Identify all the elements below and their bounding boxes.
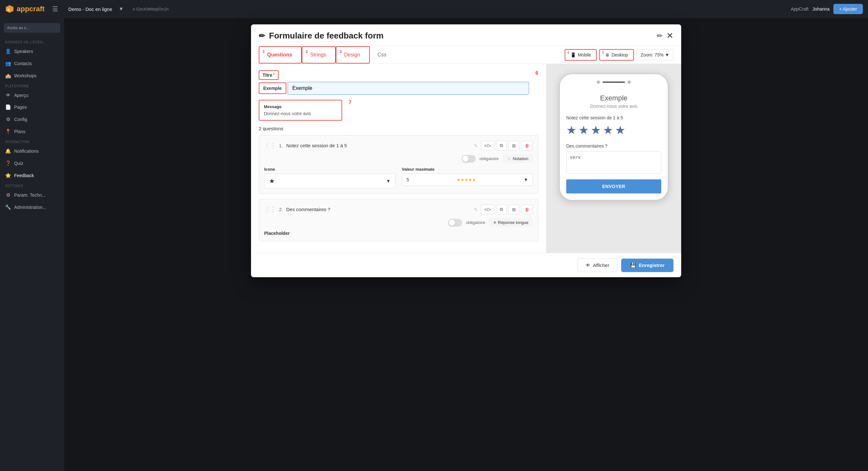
main-area: ✏ Formulaire de feedback form ✏ ✕ 1 Ques… [64, 18, 868, 471]
sidebar-label-notifications: Notifications [14, 148, 38, 154]
sidebar: Accès au s... DONNÉES DE L'ÉVÈN... 👤 Spe… [0, 18, 64, 471]
modal-title-text: Formulaire de feedback form [269, 31, 383, 41]
sidebar-item-quiz[interactable]: ❓ Quiz [0, 157, 64, 169]
project-name[interactable]: Demo - Doc en ligne [68, 6, 112, 12]
tab-css[interactable]: Css [370, 46, 394, 64]
modal-tabs-left: 1 Questions 2 Strings 3 Design Css [259, 46, 394, 64]
placeholder-section: Placeholder [264, 231, 533, 236]
add-button[interactable]: + Ajouter [833, 4, 863, 14]
access-button[interactable]: Accès au s... [4, 23, 60, 33]
toggle-obligatoire-1[interactable] [462, 155, 476, 163]
user-name[interactable]: Johanna [812, 6, 830, 11]
svg-marker-0 [6, 5, 13, 13]
phone-dot-2 [627, 80, 631, 84]
titre-field-group: Titre * Exemple 6 [259, 70, 538, 95]
icone-select[interactable]: ★ ▼ [264, 174, 396, 188]
tab-desktop[interactable]: 5 🖥 Desktop [599, 49, 634, 61]
quiz-icon: ❓ [5, 160, 11, 166]
project-hash: # 53nX0MblqIOn1h [132, 7, 168, 11]
sidebar-item-feedback[interactable]: ⭐ Feedback [0, 169, 64, 181]
sidebar-item-apercu[interactable]: 👁 Aperçu [0, 89, 64, 101]
type-badge-2[interactable]: ≡ Réponse longue [489, 218, 533, 227]
valeur-max-select[interactable]: 5 ★★★★★ ▼ [402, 174, 533, 186]
sidebar-item-param[interactable]: ⚙ Param. Techn... [0, 189, 64, 201]
code-btn-1[interactable]: </> [481, 141, 494, 150]
icone-arrow: ▼ [386, 178, 391, 183]
sidebar-item-contacts[interactable]: 👥 Contacts [0, 58, 64, 70]
tab-questions[interactable]: 1 Questions [259, 46, 302, 64]
tab-strings[interactable]: 2 Strings [302, 46, 336, 64]
tab-design-label: Design [344, 52, 360, 58]
param-icon: ⚙ [5, 192, 11, 198]
placeholder-label: Placeholder [264, 231, 533, 236]
sidebar-item-config[interactable]: ⚙ Config [0, 113, 64, 126]
code-btn-2[interactable]: </> [481, 205, 494, 214]
logo-text: appcraft [17, 5, 44, 13]
preview-send-button[interactable]: ENVOYER [566, 179, 661, 194]
desktop-label: Desktop [612, 52, 628, 58]
zoom-label: Zoom: 75% [641, 52, 664, 58]
modal-edit-icon[interactable]: ✏ [657, 32, 662, 40]
preview-comment-textarea[interactable]: verv [566, 151, 661, 174]
type-star-icon: ☆ [507, 156, 511, 161]
sidebar-section-plateforme: PLATEFORME [0, 82, 64, 89]
sidebar-section-interaction: INTERACTION [0, 138, 64, 145]
mobile-label: Mobile [578, 52, 591, 58]
drag-handle-2[interactable]: ⋮⋮ [264, 206, 276, 213]
afficher-button[interactable]: 👁 Afficher [578, 258, 617, 272]
sidebar-section-donnees: DONNÉES DE L'ÉVÈN... [0, 38, 64, 45]
sidebar-item-notifications[interactable]: 🔔 Notifications [0, 145, 64, 157]
duplicate-btn-2[interactable]: ⊞ [508, 205, 519, 214]
annotation-6: 6 [535, 70, 538, 76]
star-1: ★ [566, 124, 577, 137]
sidebar-item-speakers[interactable]: 👤 Speakers [0, 45, 64, 58]
sidebar-item-admin[interactable]: 🔧 Administration... [0, 201, 64, 213]
type-icon-2: ≡ [494, 220, 496, 225]
message-label: Message [264, 104, 337, 109]
notifications-icon: 🔔 [5, 148, 11, 154]
phone-notch [560, 80, 668, 88]
tab-mobile[interactable]: 4 📱 Mobile [565, 49, 597, 61]
sidebar-item-pages[interactable]: 📄 Pages [0, 101, 64, 113]
phone-bar [602, 81, 625, 83]
copy-btn-2[interactable]: ⧉ [496, 204, 506, 214]
modal-close-button[interactable]: ✕ [666, 31, 674, 41]
type-badge-1[interactable]: ☆ Notation [503, 154, 533, 163]
tab-design[interactable]: 3 Design [336, 46, 370, 64]
edit-icon-1[interactable]: ✎ [474, 143, 478, 148]
delete-btn-2[interactable]: 🗑 [521, 205, 533, 214]
speakers-icon: 👤 [5, 48, 11, 54]
sidebar-label-apercu: Aperçu [14, 93, 28, 98]
question-1-selects: Icone ★ ▼ Valeur maximale 5 [264, 167, 533, 188]
tab-questions-number: 1 [262, 49, 265, 54]
enregistrer-icon: 💾 [630, 263, 636, 268]
star-4: ★ [603, 124, 613, 137]
modal-left-panel: Titre * Exemple 6 [251, 64, 546, 253]
menu-icon[interactable]: ☰ [52, 5, 58, 13]
question-card-1: ⋮⋮ 1. Notez cette session de 1 à 5 ✎ </>… [259, 135, 538, 194]
sidebar-item-workshops[interactable]: 🏫 Workshops [0, 70, 64, 82]
sidebar-item-plans[interactable]: 📍 Plans [0, 126, 64, 138]
obligatoire-label-2: obligatoire [466, 220, 485, 225]
drag-handle-1[interactable]: ⋮⋮ [264, 142, 276, 149]
modal-right-panel: Exemple Donnez-nous votre avis Notez cet… [546, 64, 681, 253]
topbar: a appcraft ☰ Demo - Doc en ligne ▼ # 53n… [0, 0, 868, 18]
edit-icon-2[interactable]: ✎ [474, 207, 478, 212]
duplicate-btn-1[interactable]: ⊞ [508, 141, 519, 150]
question-1-row2: obligatoire ☆ Notation [264, 154, 533, 163]
zoom-select[interactable]: Zoom: 75% ▼ [637, 49, 674, 60]
star-3: ★ [591, 124, 601, 137]
tab-strings-label: Strings [310, 52, 326, 58]
delete-btn-1[interactable]: 🗑 [521, 141, 533, 150]
sidebar-label-admin: Administration... [14, 205, 46, 210]
sidebar-label-config: Config [14, 117, 27, 122]
phone-mockup: Exemple Donnez-nous votre avis Notez cet… [559, 73, 668, 201]
zoom-arrow-icon: ▼ [665, 52, 669, 58]
svg-text:a: a [7, 7, 10, 12]
enregistrer-button[interactable]: 💾 Enregistrer [621, 259, 674, 272]
titre-input[interactable] [288, 82, 529, 95]
toggle-obligatoire-2[interactable] [448, 219, 462, 227]
copy-btn-1[interactable]: ⧉ [496, 140, 506, 150]
icone-value: ★ [269, 177, 275, 185]
question-card-2: ⋮⋮ 2. Des commentaires ? ✎ </> ⧉ ⊞ 🗑 [259, 199, 538, 241]
